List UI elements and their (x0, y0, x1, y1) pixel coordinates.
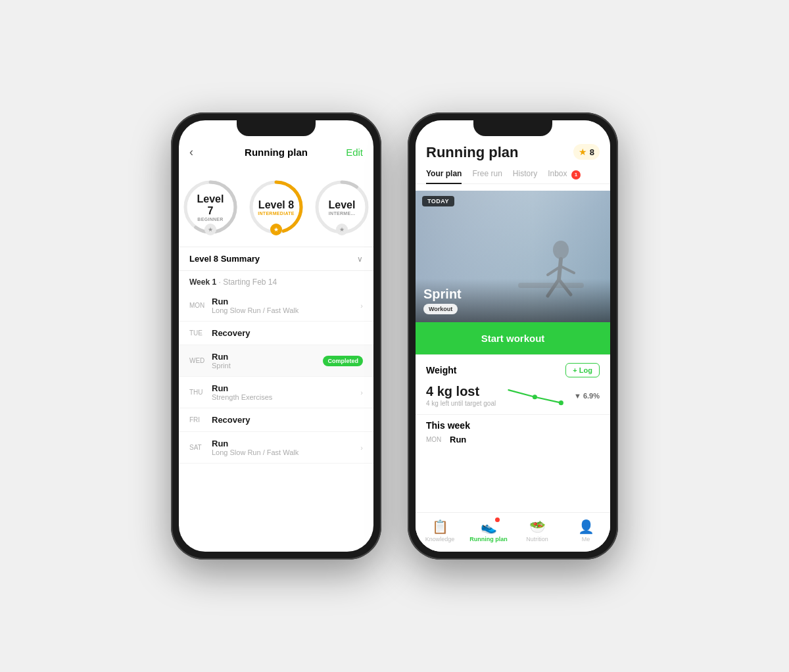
level7-label: BEGINNER (196, 217, 226, 222)
levelnext-star: ★ (336, 224, 348, 235)
workout-type-badge: Workout (423, 304, 458, 314)
chevron-right-icon-3: › (360, 444, 363, 452)
workout-row-tue[interactable]: TUE Recovery (179, 322, 373, 345)
tab-your-plan[interactable]: Your plan (426, 164, 462, 183)
notch (237, 120, 316, 136)
knowledge-icon: 📋 (432, 519, 448, 535)
nutrition-icon: 🥗 (529, 519, 546, 535)
workout-hero-image: Sprint Workout (416, 191, 610, 322)
edit-button[interactable]: Edit (346, 147, 363, 158)
workout-row-sat[interactable]: SAT Run Long Slow Run / Fast Walk › (179, 432, 373, 464)
phone1-title: Running plan (245, 147, 308, 158)
workout-sub-thu: Strength Exercises (212, 393, 357, 401)
phone1-header: ‹ Running plan Edit (179, 140, 373, 164)
phone2-screen: Running plan ★ 8 Your plan Free run Hist… (416, 120, 610, 552)
nav-knowledge[interactable]: 📋 Knowledge (416, 519, 464, 542)
day-sat: SAT (189, 444, 208, 451)
workout-name-thu: Run (212, 383, 357, 393)
workout-row-mon[interactable]: MON Run Long Slow Run / Fast Walk › (179, 290, 373, 322)
level7-star: ★ (204, 224, 216, 235)
workout-name-sat: Run (212, 439, 357, 448)
star-number: 8 (590, 147, 594, 157)
summary-title: Level 8 Summary (189, 254, 260, 264)
nav-running-label: Running plan (469, 536, 508, 542)
workout-name-fri: Recovery (212, 415, 363, 425)
day-wed: WED (189, 357, 208, 364)
nav-knowledge-label: Knowledge (425, 536, 455, 542)
svg-point-16 (559, 400, 563, 405)
day-tue: TUE (189, 329, 208, 337)
week-number: Week 1 (189, 277, 216, 287)
tab-inbox[interactable]: Inbox 1 (548, 164, 581, 183)
weight-chart (506, 383, 564, 409)
day-fri: FRI (189, 416, 208, 423)
svg-line-12 (561, 266, 574, 273)
phone1-screen: ‹ Running plan Edit Level 7 BEGINNER ★ (179, 120, 373, 552)
this-week-title: This week (426, 420, 600, 431)
workout-sub-wed: Sprint (212, 362, 323, 370)
tab-bar: Your plan Free run History Inbox 1 (416, 164, 610, 184)
nav-nutrition[interactable]: 🥗 Nutrition (513, 519, 562, 542)
workout-row-wed[interactable]: WED Run Sprint Completed (179, 345, 373, 377)
weight-change: ▼ 6.9% (574, 392, 600, 400)
level-8-circle[interactable]: Level 8 INTERMEDIATE ★ (247, 178, 306, 237)
level-carousel: Level 7 BEGINNER ★ Level 8 INTERMEDIATE (179, 164, 373, 243)
nav-me[interactable]: 👤 Me (562, 519, 610, 542)
today-workout-card: TODAY Sprint (416, 191, 610, 354)
chevron-right-icon: › (360, 302, 363, 310)
day-mon: MON (189, 302, 208, 309)
level-summary[interactable]: Level 8 Summary ∨ (179, 247, 373, 271)
tab-free-run[interactable]: Free run (472, 164, 502, 183)
phone2-title: Running plan (426, 144, 519, 161)
weight-label: Weight (426, 365, 456, 375)
workout-name-tue: Recovery (212, 328, 363, 338)
workout-row-thu[interactable]: THU Run Strength Exercises › (179, 377, 373, 408)
workout-name-wed: Run (212, 352, 323, 362)
levelnext-label: INTERME... (329, 211, 356, 216)
workout-card-title: Sprint (423, 287, 602, 302)
star-icon: ★ (579, 147, 587, 157)
nav-running-plan[interactable]: 👟 Running plan (464, 519, 513, 542)
level-7-circle[interactable]: Level 7 BEGINNER ★ (181, 178, 240, 237)
chevron-right-icon-2: › (360, 389, 363, 396)
svg-point-7 (553, 241, 569, 259)
inbox-badge: 1 (571, 170, 581, 180)
running-plan-icon: 👟 (481, 519, 497, 535)
bottom-nav: 📋 Knowledge 👟 Running plan 🥗 Nutrition 👤 (416, 512, 610, 552)
week-mon-label: MON (426, 436, 444, 443)
today-badge: TODAY (422, 196, 454, 206)
nav-me-label: Me (582, 536, 590, 542)
nav-nutrition-label: Nutrition (526, 536, 548, 542)
svg-line-13 (509, 390, 535, 397)
week-header: Week 1 · Starting Feb 14 (179, 271, 373, 290)
phone-2: Running plan ★ 8 Your plan Free run Hist… (408, 112, 618, 560)
svg-line-15 (535, 396, 562, 402)
workout-sub-sat: Long Slow Run / Fast Walk (212, 448, 357, 456)
phone2-header: Running plan ★ 8 (416, 139, 610, 164)
workout-row-fri[interactable]: FRI Recovery (179, 408, 373, 432)
level8-num: Level 8 (258, 199, 295, 211)
week-date: · Starting Feb 14 (218, 277, 277, 287)
workout-name-mon: Run (212, 297, 357, 306)
week-mon-activity: Run (450, 435, 466, 444)
workout-sub-mon: Long Slow Run / Fast Walk (212, 306, 357, 314)
start-workout-button[interactable]: Start workout (416, 322, 610, 354)
level8-label: INTERMEDIATE (258, 211, 295, 216)
log-weight-button[interactable]: + Log (565, 363, 600, 377)
svg-line-8 (559, 259, 561, 279)
weight-section: Weight + Log 4 kg lost 4 kg left until t… (416, 354, 610, 414)
level8-star: ★ (270, 224, 282, 235)
tab-history[interactable]: History (513, 164, 537, 183)
workout-overlay: Sprint Workout (416, 279, 610, 322)
weight-sub: 4 kg left until target goal (426, 400, 496, 407)
back-icon[interactable]: ‹ (189, 145, 193, 159)
day-thu: THU (189, 389, 208, 396)
level7-num: Level 7 (196, 193, 226, 217)
weight-value: 4 kg lost (426, 384, 496, 399)
this-week-section: This week MON Run (416, 414, 610, 444)
running-plan-dot (495, 517, 500, 522)
me-icon: 👤 (578, 519, 594, 535)
level-next-circle[interactable]: Level INTERME... ★ (312, 178, 371, 237)
completed-badge: Completed (323, 356, 363, 366)
phone-1: ‹ Running plan Edit Level 7 BEGINNER ★ (171, 112, 381, 560)
